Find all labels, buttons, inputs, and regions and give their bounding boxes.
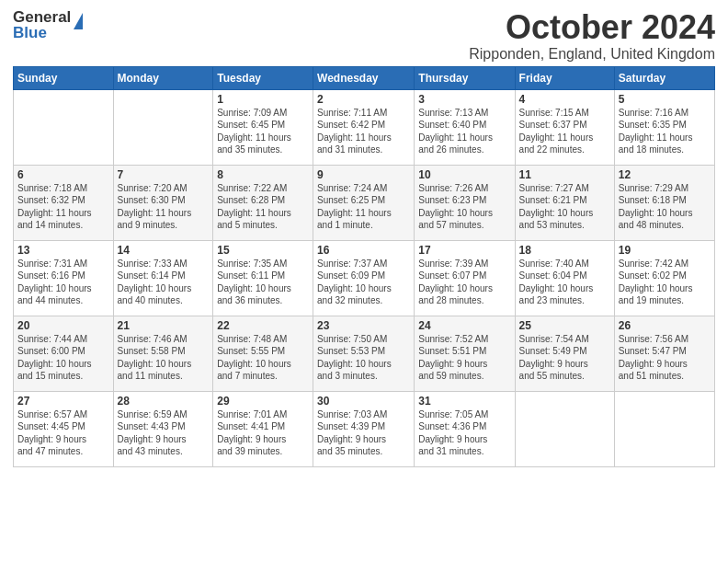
day-number: 1 bbox=[217, 93, 309, 106]
day-number: 22 bbox=[217, 319, 309, 332]
day-number: 28 bbox=[118, 395, 210, 408]
calendar-cell: 28Sunrise: 6:59 AM Sunset: 4:43 PM Dayli… bbox=[113, 391, 213, 466]
day-number: 26 bbox=[619, 319, 711, 332]
calendar-cell: 18Sunrise: 7:40 AM Sunset: 6:04 PM Dayli… bbox=[515, 240, 614, 316]
calendar-cell: 5Sunrise: 7:16 AM Sunset: 6:35 PM Daylig… bbox=[614, 89, 714, 165]
day-info: Sunrise: 7:52 AM Sunset: 5:51 PM Dayligh… bbox=[418, 333, 510, 383]
day-info: Sunrise: 7:09 AM Sunset: 6:45 PM Dayligh… bbox=[217, 107, 309, 156]
day-info: Sunrise: 7:56 AM Sunset: 5:47 PM Dayligh… bbox=[619, 333, 711, 383]
day-number: 21 bbox=[118, 319, 210, 332]
day-info: Sunrise: 7:13 AM Sunset: 6:40 PM Dayligh… bbox=[418, 107, 510, 156]
day-number: 15 bbox=[217, 244, 309, 257]
day-number: 13 bbox=[17, 244, 109, 257]
title-section: October 2024 Ripponden, England, United … bbox=[469, 9, 715, 63]
page-container: General Blue October 2024 Ripponden, Eng… bbox=[0, 0, 728, 473]
day-number: 30 bbox=[317, 395, 410, 408]
day-number: 6 bbox=[17, 168, 109, 181]
day-info: Sunrise: 6:57 AM Sunset: 4:45 PM Dayligh… bbox=[17, 408, 109, 458]
calendar-header-saturday: Saturday bbox=[614, 66, 714, 89]
day-info: Sunrise: 6:59 AM Sunset: 4:43 PM Dayligh… bbox=[118, 408, 210, 458]
calendar-cell: 26Sunrise: 7:56 AM Sunset: 5:47 PM Dayli… bbox=[614, 316, 714, 391]
calendar-table: SundayMondayTuesdayWednesdayThursdayFrid… bbox=[13, 66, 715, 467]
header: General Blue October 2024 Ripponden, Eng… bbox=[13, 9, 715, 63]
calendar-week-2: 6Sunrise: 7:18 AM Sunset: 6:32 PM Daylig… bbox=[14, 165, 715, 240]
calendar-cell bbox=[515, 391, 614, 466]
day-info: Sunrise: 7:42 AM Sunset: 6:02 PM Dayligh… bbox=[619, 258, 711, 307]
logo-triangle-icon bbox=[74, 13, 83, 29]
calendar-cell: 19Sunrise: 7:42 AM Sunset: 6:02 PM Dayli… bbox=[614, 240, 714, 316]
day-info: Sunrise: 7:27 AM Sunset: 6:21 PM Dayligh… bbox=[519, 182, 610, 232]
day-number: 20 bbox=[17, 319, 109, 332]
day-info: Sunrise: 7:31 AM Sunset: 6:16 PM Dayligh… bbox=[17, 258, 109, 307]
day-number: 19 bbox=[619, 244, 711, 257]
calendar-cell: 11Sunrise: 7:27 AM Sunset: 6:21 PM Dayli… bbox=[515, 165, 614, 240]
calendar-header-tuesday: Tuesday bbox=[213, 66, 313, 89]
day-info: Sunrise: 7:33 AM Sunset: 6:14 PM Dayligh… bbox=[118, 258, 210, 307]
calendar-cell bbox=[14, 89, 114, 165]
calendar-header-row: SundayMondayTuesdayWednesdayThursdayFrid… bbox=[14, 66, 715, 89]
day-number: 8 bbox=[217, 168, 309, 181]
calendar-cell: 25Sunrise: 7:54 AM Sunset: 5:49 PM Dayli… bbox=[515, 316, 614, 391]
calendar-header-sunday: Sunday bbox=[14, 66, 114, 89]
calendar-cell: 6Sunrise: 7:18 AM Sunset: 6:32 PM Daylig… bbox=[14, 165, 114, 240]
day-info: Sunrise: 7:29 AM Sunset: 6:18 PM Dayligh… bbox=[619, 182, 711, 232]
day-info: Sunrise: 7:01 AM Sunset: 4:41 PM Dayligh… bbox=[217, 408, 309, 458]
day-number: 7 bbox=[118, 168, 210, 181]
calendar-cell: 16Sunrise: 7:37 AM Sunset: 6:09 PM Dayli… bbox=[313, 240, 415, 316]
location: Ripponden, England, United Kingdom bbox=[469, 46, 715, 63]
day-number: 14 bbox=[118, 244, 210, 257]
calendar-cell: 15Sunrise: 7:35 AM Sunset: 6:11 PM Dayli… bbox=[213, 240, 313, 316]
day-number: 17 bbox=[418, 244, 510, 257]
day-info: Sunrise: 7:05 AM Sunset: 4:36 PM Dayligh… bbox=[418, 408, 510, 458]
calendar-week-4: 20Sunrise: 7:44 AM Sunset: 6:00 PM Dayli… bbox=[14, 316, 715, 391]
calendar-cell: 29Sunrise: 7:01 AM Sunset: 4:41 PM Dayli… bbox=[213, 391, 313, 466]
day-info: Sunrise: 7:24 AM Sunset: 6:25 PM Dayligh… bbox=[317, 182, 410, 232]
day-number: 24 bbox=[418, 319, 510, 332]
day-number: 10 bbox=[418, 168, 510, 181]
day-info: Sunrise: 7:20 AM Sunset: 6:30 PM Dayligh… bbox=[118, 182, 210, 232]
calendar-cell: 3Sunrise: 7:13 AM Sunset: 6:40 PM Daylig… bbox=[415, 89, 515, 165]
calendar-cell bbox=[113, 89, 213, 165]
calendar-cell: 27Sunrise: 6:57 AM Sunset: 4:45 PM Dayli… bbox=[14, 391, 114, 466]
calendar-cell: 8Sunrise: 7:22 AM Sunset: 6:28 PM Daylig… bbox=[213, 165, 313, 240]
day-number: 16 bbox=[317, 244, 410, 257]
day-info: Sunrise: 7:22 AM Sunset: 6:28 PM Dayligh… bbox=[217, 182, 309, 232]
day-number: 27 bbox=[17, 395, 109, 408]
calendar-header-wednesday: Wednesday bbox=[313, 66, 415, 89]
calendar-cell: 20Sunrise: 7:44 AM Sunset: 6:00 PM Dayli… bbox=[14, 316, 114, 391]
logo: General Blue bbox=[13, 9, 83, 40]
day-number: 29 bbox=[217, 395, 309, 408]
day-info: Sunrise: 7:15 AM Sunset: 6:37 PM Dayligh… bbox=[519, 107, 610, 156]
calendar-cell: 31Sunrise: 7:05 AM Sunset: 4:36 PM Dayli… bbox=[415, 391, 515, 466]
day-number: 25 bbox=[519, 319, 610, 332]
day-number: 31 bbox=[418, 395, 510, 408]
day-info: Sunrise: 7:18 AM Sunset: 6:32 PM Dayligh… bbox=[17, 182, 109, 232]
calendar-cell: 23Sunrise: 7:50 AM Sunset: 5:53 PM Dayli… bbox=[313, 316, 415, 391]
day-info: Sunrise: 7:46 AM Sunset: 5:58 PM Dayligh… bbox=[118, 333, 210, 383]
day-info: Sunrise: 7:37 AM Sunset: 6:09 PM Dayligh… bbox=[317, 258, 410, 307]
calendar-cell: 4Sunrise: 7:15 AM Sunset: 6:37 PM Daylig… bbox=[515, 89, 614, 165]
day-number: 4 bbox=[519, 93, 610, 106]
day-number: 11 bbox=[519, 168, 610, 181]
calendar-cell: 12Sunrise: 7:29 AM Sunset: 6:18 PM Dayli… bbox=[614, 165, 714, 240]
calendar-cell: 24Sunrise: 7:52 AM Sunset: 5:51 PM Dayli… bbox=[415, 316, 515, 391]
day-info: Sunrise: 7:39 AM Sunset: 6:07 PM Dayligh… bbox=[418, 258, 510, 307]
calendar-cell bbox=[614, 391, 714, 466]
calendar-week-5: 27Sunrise: 6:57 AM Sunset: 4:45 PM Dayli… bbox=[14, 391, 715, 466]
day-info: Sunrise: 7:16 AM Sunset: 6:35 PM Dayligh… bbox=[619, 107, 711, 156]
day-info: Sunrise: 7:03 AM Sunset: 4:39 PM Dayligh… bbox=[317, 408, 410, 458]
day-number: 12 bbox=[619, 168, 711, 181]
logo-blue: Blue bbox=[13, 25, 71, 40]
day-info: Sunrise: 7:50 AM Sunset: 5:53 PM Dayligh… bbox=[317, 333, 410, 383]
calendar-cell: 9Sunrise: 7:24 AM Sunset: 6:25 PM Daylig… bbox=[313, 165, 415, 240]
calendar-cell: 13Sunrise: 7:31 AM Sunset: 6:16 PM Dayli… bbox=[14, 240, 114, 316]
calendar-cell: 17Sunrise: 7:39 AM Sunset: 6:07 PM Dayli… bbox=[415, 240, 515, 316]
calendar-header-friday: Friday bbox=[515, 66, 614, 89]
calendar-cell: 21Sunrise: 7:46 AM Sunset: 5:58 PM Dayli… bbox=[113, 316, 213, 391]
day-info: Sunrise: 7:35 AM Sunset: 6:11 PM Dayligh… bbox=[217, 258, 309, 307]
calendar-cell: 22Sunrise: 7:48 AM Sunset: 5:55 PM Dayli… bbox=[213, 316, 313, 391]
calendar-cell: 1Sunrise: 7:09 AM Sunset: 6:45 PM Daylig… bbox=[213, 89, 313, 165]
day-number: 23 bbox=[317, 319, 410, 332]
calendar-week-3: 13Sunrise: 7:31 AM Sunset: 6:16 PM Dayli… bbox=[14, 240, 715, 316]
day-number: 9 bbox=[317, 168, 410, 181]
